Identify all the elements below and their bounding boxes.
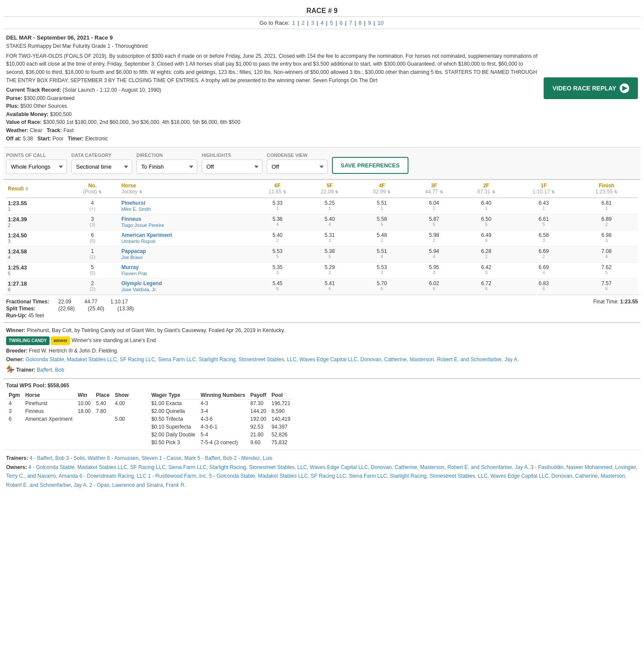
jockey-name-link[interactable]: Tiago Josue Pereira — [121, 223, 164, 228]
th-4f[interactable]: 4F32.99 ⇅ — [356, 180, 408, 198]
jockey-name-link[interactable]: Jose Valdivia, Jr. — [121, 287, 157, 292]
f2-value: 6.28 — [462, 248, 511, 254]
payoff-numbers: 4-3-6-1 — [198, 423, 248, 431]
direction-select[interactable]: To FinishFrom Start — [136, 160, 197, 174]
th-finish[interactable]: Finish1:23.55 ⇅ — [575, 180, 638, 198]
highlights-group: HIGHLIGHTS OffOn — [202, 153, 262, 174]
track-cond-label: Track: — [46, 127, 62, 133]
number-cell: 6 (6) — [65, 230, 120, 246]
finish-cell: 7.57 6 — [575, 279, 638, 295]
f2-pos: 5 — [462, 222, 511, 227]
f2-value: 6.42 — [462, 264, 511, 270]
payoff-pool: 75,832 — [269, 439, 293, 446]
th-5f[interactable]: 5F22.09 ⇅ — [304, 180, 356, 198]
horse-name-link[interactable]: American Xperiment — [121, 232, 172, 238]
nav-link-3[interactable]: 3 — [311, 20, 314, 26]
finish-value: 6.98 — [577, 232, 636, 238]
horse-name-link[interactable]: Pinehurst — [121, 200, 145, 206]
points-of-call-select[interactable]: Whole FurlongsQuarter MilesFractional — [6, 160, 67, 174]
value-label: Value of Race: — [6, 119, 42, 125]
nav-link-10[interactable]: 10 — [378, 20, 384, 26]
f2-cell: 6.72 6 — [460, 279, 512, 295]
payoff-row: $0.50 Trifecta 4-3-6 192.00 140,419 — [149, 415, 293, 423]
th-number[interactable]: No.(Post) ⇅ — [65, 180, 120, 198]
finish-pos: 6 — [577, 286, 636, 291]
f4-cell: 5.48 2 — [356, 230, 408, 246]
wps-th-win: Win — [75, 391, 93, 399]
f6-value: 5.40 — [253, 232, 302, 238]
nav-link-5[interactable]: 5 — [330, 20, 333, 26]
f5-value: 5.38 — [305, 248, 354, 254]
jockey-name-link[interactable]: Mike E. Smith — [121, 206, 151, 212]
f1-value: 6.69 — [514, 248, 573, 254]
f5-cell: 5.41 6 — [304, 279, 356, 295]
nav-link-1[interactable]: 1 — [292, 20, 295, 26]
wps-win — [75, 415, 93, 423]
th-horse[interactable]: HorseJockey ⇅ — [120, 180, 251, 198]
trainers-row: Trainers: 4 - Baffert, Bob 3 - Solis, Wa… — [6, 454, 638, 462]
nav-link-9[interactable]: 9 — [368, 20, 371, 26]
data-label: DATA CATEGORY — [71, 153, 132, 158]
horse-name-link[interactable]: Pappacap — [121, 248, 146, 254]
wps-section: Total WPS Pool: $558,065 Pgm Horse Win P… — [3, 378, 641, 450]
trainer-value[interactable]: Baffert, Bob — [37, 367, 64, 373]
f3-value: 5.87 — [410, 216, 458, 222]
finish-value: 7.57 — [577, 280, 636, 286]
final-time-value: 1:23.55 — [620, 299, 638, 305]
f2-value: 6.40 — [462, 200, 511, 206]
owner-value[interactable]: Golconda Stable, Madaket Stables LLC, SF… — [26, 356, 519, 363]
th-3f[interactable]: 3F44.77 ⇅ — [408, 180, 460, 198]
video-replay-button[interactable]: VIDEO RACE REPLAY — [544, 77, 638, 99]
nav-link-6[interactable]: 6 — [339, 20, 342, 26]
f5-value: 5.31 — [305, 232, 354, 238]
jockey-name-link[interactable]: Umberto Rispoli — [121, 239, 155, 244]
f1-cell: 6.58 3 — [512, 230, 575, 246]
f4-cell: 5.51 4 — [356, 246, 408, 263]
th-result[interactable]: Result ⇅ — [6, 180, 65, 198]
horse-name-link[interactable]: Murray — [121, 264, 139, 270]
f1-cell: 6.69 2 — [512, 246, 575, 263]
th-2f[interactable]: 2F57.31 ⇅ — [460, 180, 512, 198]
nav-link-8[interactable]: 8 — [359, 20, 362, 26]
f5-pos: 3 — [305, 238, 354, 243]
th-6f[interactable]: 6F11.65 ⇅ — [252, 180, 304, 198]
available-label: Available Money: — [6, 111, 49, 117]
video-btn-container: VIDEO RACE REPLAY — [544, 33, 638, 143]
direction-group: DIRECTION To FinishFrom Start — [136, 153, 197, 174]
horse-number: 4 — [67, 200, 118, 206]
number-cell: 1 (1) — [65, 246, 120, 263]
runup-row: Run-Up: 45 feet — [6, 313, 638, 319]
jockey-name-link[interactable]: Flavien Prat — [121, 271, 147, 276]
payoff-pool: 140,419 — [269, 415, 293, 423]
payoff-type: $2.00 Daily Double — [149, 431, 198, 439]
data-category-select[interactable]: Sectional timeCumulative time — [71, 160, 132, 174]
f4-cell: 5.58 5 — [356, 214, 408, 230]
f5-cell: 5.31 3 — [304, 230, 356, 246]
f6-value: 5.33 — [253, 200, 302, 206]
horse-cell: Murray Flavien Prat — [120, 263, 251, 279]
payoff-th-payoff: Payoff — [248, 391, 269, 399]
winner-line: Winner: Pinehurst, Bay Colt, by Twirling… — [6, 326, 638, 335]
f3-pos: 3 — [410, 270, 458, 275]
payoff-pool: 52,826 — [269, 431, 293, 439]
nav-link-4[interactable]: 4 — [321, 20, 324, 26]
nav-link-2[interactable]: 2 — [302, 20, 305, 26]
weather-label: Weather: — [6, 127, 28, 133]
payoff-numbers: 7-5-4 (3 correct) — [198, 439, 248, 446]
jockey-name-link[interactable]: Joe Bravo — [121, 255, 143, 260]
finish-cell: 6.89 2 — [575, 214, 638, 230]
save-preferences-button[interactable]: SAVE PREFERENCES — [332, 157, 408, 174]
post-position: (3) — [67, 222, 118, 227]
result-time: 1:24.50 — [8, 232, 63, 239]
payoff-type: $0.50 Pick 3 — [149, 439, 198, 446]
f4-value: 5.51 — [358, 200, 406, 206]
f3-cell: 5.94 4 — [408, 246, 460, 263]
f1-pos: 2 — [514, 254, 573, 259]
condense-select[interactable]: OffOn — [267, 160, 328, 174]
nav-link-7[interactable]: 7 — [349, 20, 352, 26]
th-1f[interactable]: 1F1:10.17 ⇅ — [512, 180, 575, 198]
track-record-value: (Solar Launch - 1:12.00 - August 10, 199… — [63, 87, 161, 93]
highlights-select[interactable]: OffOn — [202, 160, 262, 174]
horse-name-link[interactable]: Olympic Legend — [121, 280, 162, 286]
horse-name-link[interactable]: Finneus — [121, 216, 141, 222]
